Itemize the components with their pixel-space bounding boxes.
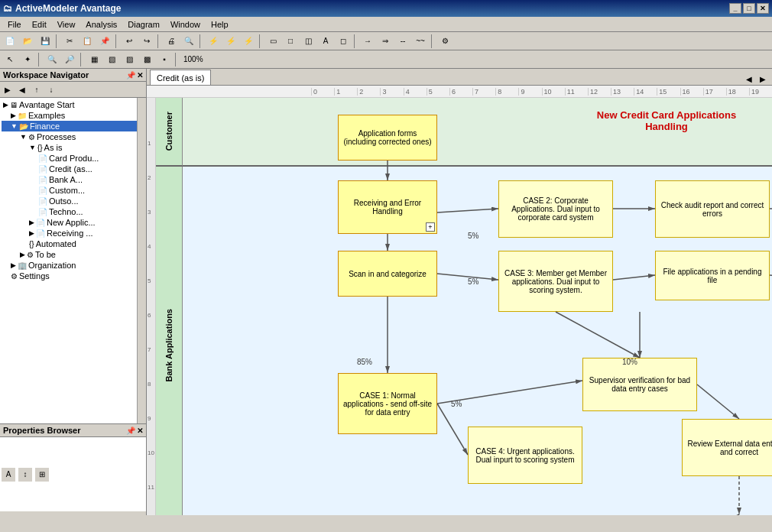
tree-item-receiving[interactable]: ▶ 📄 Receiving ...: [2, 228, 144, 238]
row-8: 8: [148, 381, 151, 388]
app-title: ActiveModeler Avantage: [15, 3, 122, 14]
box-app-forms[interactable]: Application forms (including corrected o…: [338, 115, 437, 161]
tab-credit-as-is[interactable]: Credit (as is): [150, 70, 211, 85]
menu-file[interactable]: File: [3, 18, 26, 31]
tb-copy[interactable]: 📋: [79, 34, 96, 49]
box-supervisor[interactable]: Supervisor verification for bad data ent…: [582, 358, 697, 411]
title-bar: 🗂 ActiveModeler Avantage _ □ ✕: [0, 0, 772, 17]
tb-r1[interactable]: ◫: [300, 34, 316, 49]
tree-item-outso[interactable]: 📄 Outso...: [2, 196, 144, 206]
workspace-close[interactable]: ✕: [137, 71, 143, 79]
close-button[interactable]: ✕: [757, 3, 769, 14]
tree-item-asis[interactable]: ▼ {} As is: [2, 142, 144, 153]
box-case4[interactable]: CASE 4: Urgent applications. Dual inpurt…: [468, 427, 582, 484]
box-scan[interactable]: Scan in and categorize: [338, 251, 437, 297]
tree-item-banka[interactable]: 📄 Bank A...: [2, 174, 144, 185]
tb-undo[interactable]: ↩: [121, 34, 138, 49]
tb-redo[interactable]: ↪: [138, 34, 155, 49]
menu-analysis[interactable]: Analysis: [81, 18, 122, 31]
tree-item-automated[interactable]: {} Automated: [2, 238, 144, 249]
tree-item-credit[interactable]: 📄 Credit (as...: [2, 164, 144, 174]
tb-green1[interactable]: ⚡: [205, 34, 222, 49]
tb-b1[interactable]: 🖨: [163, 34, 180, 49]
tree-area: ▶ 🖥 Avantage Start ▶ 📁 Examples ▼ 📂 Fina…: [0, 98, 146, 423]
expand-receiving[interactable]: +: [426, 222, 435, 232]
tree-item-techno[interactable]: 📄 Techno...: [2, 206, 144, 217]
row-2: 2: [148, 174, 151, 181]
props-btn2[interactable]: ↕: [18, 468, 32, 482]
props-close[interactable]: ✕: [137, 427, 143, 435]
tb-paste[interactable]: 📌: [96, 34, 113, 49]
pct-5-top: 5%: [468, 232, 478, 240]
main-layout: Workspace Navigator 📌 ✕ ▶ ◀ ↑ ↓ ▶ 🖥 Avan…: [0, 69, 772, 515]
tb-open[interactable]: 📂: [19, 34, 36, 49]
box-case3[interactable]: CASE 3: Member get Member applications. …: [498, 251, 613, 312]
tb-green2[interactable]: ⚡: [222, 34, 239, 49]
diagram-canvas[interactable]: 1 2 3 4 5 6 7 8 9 10 11 12 13 14: [147, 98, 772, 515]
box-receiving[interactable]: Receiving and Error Handling +: [338, 180, 437, 234]
ws-tb-1[interactable]: ▶: [1, 83, 15, 96]
props-pin[interactable]: 📌: [126, 427, 135, 435]
tb2-select[interactable]: ↖: [2, 52, 18, 67]
tb2-b3[interactable]: ▨: [121, 52, 138, 67]
app-icon: 🗂: [3, 3, 12, 14]
tb-text[interactable]: A: [317, 34, 334, 49]
tb2-b1[interactable]: ▦: [86, 52, 102, 67]
tab-next[interactable]: ▶: [757, 73, 769, 85]
props-btn3[interactable]: ⊞: [35, 468, 49, 482]
minimize-button[interactable]: _: [729, 3, 741, 14]
tree-item-avantage-start[interactable]: ▶ 🖥 Avantage Start: [2, 99, 144, 110]
tree-item-custom[interactable]: 📄 Custom...: [2, 185, 144, 196]
tree-item-organization[interactable]: ▶ 🏢 Organization: [2, 260, 144, 271]
box-case1[interactable]: CASE 1: Normal applications - send off-s…: [338, 373, 437, 434]
tb-shape[interactable]: ◻: [335, 34, 352, 49]
tb-box[interactable]: □: [282, 34, 299, 49]
box-file-apps[interactable]: File applications in a pending file: [655, 251, 770, 300]
menu-view[interactable]: View: [53, 18, 80, 31]
ws-tb-3[interactable]: ↑: [30, 83, 44, 96]
tree-item-finance[interactable]: ▼ 📂 Finance: [2, 121, 144, 131]
tree-item-newapplic[interactable]: ▶ 📄 New Applic...: [2, 217, 144, 228]
tree-scrollbar[interactable]: [137, 98, 146, 423]
tb-cut[interactable]: ✂: [61, 34, 78, 49]
tb-new[interactable]: 📄: [2, 34, 18, 49]
row-10: 10: [148, 449, 154, 456]
tree-item-examples[interactable]: ▶ 📁 Examples: [2, 110, 144, 121]
tb-rect[interactable]: ▭: [264, 34, 281, 49]
box-case2[interactable]: CASE 2: Corporate Applications. Dual inp…: [498, 180, 613, 238]
tree-item-processes[interactable]: ▼ ⚙ Processes: [2, 131, 144, 142]
menu-edit[interactable]: Edit: [28, 18, 51, 31]
menu-diagram[interactable]: Diagram: [123, 18, 164, 31]
tab-bar: Credit (as is) ◀ ▶: [147, 69, 772, 86]
tb-arr2[interactable]: ⇒: [377, 34, 394, 49]
tb2-b5[interactable]: ▪: [156, 52, 173, 67]
properties-content: A ↕ ⊞: [0, 437, 146, 511]
tb-green3[interactable]: ⚡: [240, 34, 257, 49]
properties-panel: Properties Browser 📌 ✕ A ↕ ⊞: [0, 423, 146, 515]
tb-arr3[interactable]: --: [394, 34, 411, 49]
tb-prop[interactable]: ⚙: [436, 34, 453, 49]
tree-item-cardprod[interactable]: 📄 Card Produ...: [2, 153, 144, 164]
tb-save[interactable]: 💾: [37, 34, 54, 49]
tree-item-tobe[interactable]: ▶ ⚙ To be: [2, 249, 144, 260]
tb-arrow[interactable]: →: [359, 34, 376, 49]
menu-window[interactable]: Window: [166, 18, 205, 31]
tb-b2[interactable]: 🔍: [180, 34, 197, 49]
row-7: 7: [148, 346, 151, 353]
workspace-pin[interactable]: 📌: [126, 71, 135, 79]
tb2-b2[interactable]: ▧: [103, 52, 120, 67]
tree-item-settings[interactable]: ⚙ Settings: [2, 271, 144, 281]
tb2-b4[interactable]: ▩: [138, 52, 155, 67]
tb2-zoom-out[interactable]: 🔎: [61, 52, 78, 67]
box-check-audit[interactable]: Check audit report and correct errors: [655, 180, 770, 238]
maximize-button[interactable]: □: [743, 3, 755, 14]
ws-tb-2[interactable]: ◀: [15, 83, 29, 96]
ws-tb-4[interactable]: ↓: [44, 83, 58, 96]
tb2-ptr[interactable]: ✦: [19, 52, 36, 67]
menu-help[interactable]: Help: [206, 18, 233, 31]
tab-prev[interactable]: ◀: [743, 73, 755, 85]
box-review-ext[interactable]: Review External data entry file and corr…: [682, 419, 772, 476]
tb2-zoom-in[interactable]: 🔍: [44, 52, 60, 67]
tb-arr4[interactable]: ~~: [412, 34, 429, 49]
props-btn1[interactable]: A: [2, 468, 15, 482]
